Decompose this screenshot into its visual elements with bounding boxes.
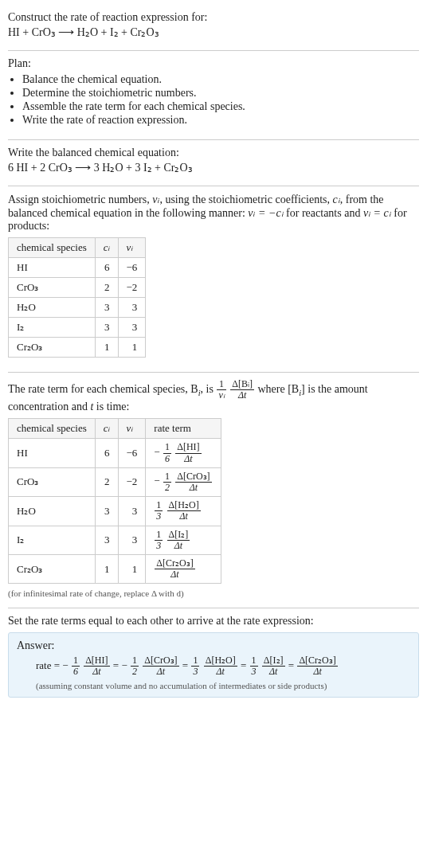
cell-rate: − 12 Δ[CrO₃]Δt <box>146 467 221 496</box>
equals-sign: = <box>180 659 191 671</box>
cell-c: 2 <box>95 278 118 298</box>
answer-label: Answer: <box>17 639 410 652</box>
table-row: H₂O3313 Δ[H₂O]Δt <box>9 497 221 526</box>
plan-label: Plan: <box>8 57 419 70</box>
table-row: CrO₃2−2 <box>9 278 146 298</box>
rate-term: Δ[Cr₂O₃]Δt <box>154 562 195 574</box>
cell-nu: −2 <box>118 467 146 496</box>
rate-term: − 12 Δ[CrO₃]Δt <box>121 659 179 671</box>
text-fragment: where [B <box>257 383 299 395</box>
cell-c: 1 <box>95 338 118 358</box>
reaction-arrow-icon: ⟶ <box>58 26 74 38</box>
balanced-equation: 6 HI + 2 CrO₃ ⟶ 3 H₂O + 3 I₂ + Cr₂O₃ <box>8 161 419 174</box>
plan-list: Balance the chemical equation. Determine… <box>8 73 419 127</box>
cell-c: 3 <box>95 526 118 554</box>
cell-species: HI <box>9 258 96 278</box>
plan-section: Plan: Balance the chemical equation. Det… <box>8 53 419 138</box>
plan-item: Write the rate of reaction expression. <box>22 114 419 127</box>
col-rate: rate term <box>146 419 221 439</box>
cell-species: CrO₃ <box>9 467 96 496</box>
cell-c: 6 <box>95 439 118 467</box>
cell-species: I₂ <box>9 318 96 338</box>
rate-term: 13 Δ[H₂O]Δt <box>154 504 201 516</box>
text-fragment: The rate term for each chemical species,… <box>8 383 198 395</box>
fraction: Δ[Cr₂O₃]Δt <box>155 558 194 580</box>
cell-rate: − 16 Δ[HI]Δt <box>146 439 221 467</box>
rate-term: 13 Δ[I₂]Δt <box>249 659 286 671</box>
fraction: Δ[Bᵢ]Δt <box>230 379 254 401</box>
unbalanced-lhs: HI + CrO₃ <box>8 26 56 38</box>
table-row: Cr₂O₃11 <box>9 338 146 358</box>
fraction: 13 <box>191 655 199 677</box>
divider <box>8 608 419 608</box>
table-header-row: chemical species cᵢ νᵢ <box>9 238 146 258</box>
answer-equation: rate = − 16 Δ[HI]Δt = − 12 Δ[CrO₃]Δt = 1… <box>17 655 410 677</box>
cell-rate: Δ[Cr₂O₃]Δt <box>146 554 221 583</box>
cell-c: 1 <box>95 554 118 583</box>
fraction: 1νᵢ <box>217 379 225 401</box>
cell-nu: 3 <box>118 318 146 338</box>
text-fragment: for reactants and <box>284 207 363 219</box>
plan-item: Determine the stoichiometric numbers. <box>22 87 419 100</box>
rate-term-table: chemical species cᵢ νᵢ rate term HI6−6− … <box>8 418 221 584</box>
balanced-rhs: 3 H₂O + 3 I₂ + Cr₂O₃ <box>94 162 193 174</box>
fraction: Δ[H₂O]Δt <box>167 500 201 522</box>
table-row: HI6−6− 16 Δ[HI]Δt <box>9 439 221 467</box>
assign-text: Assign stoichiometric numbers, νᵢ, using… <box>8 193 419 233</box>
cell-c: 3 <box>95 318 118 338</box>
unbalanced-rhs: H₂O + I₂ + Cr₂O₃ <box>77 26 159 38</box>
fraction: 16 <box>163 442 171 463</box>
answer-note: (assuming constant volume and no accumul… <box>17 681 410 690</box>
rate-prefix: rate = <box>36 659 62 671</box>
answer-box: Answer: rate = − 16 Δ[HI]Δt = − 12 Δ[CrO… <box>8 632 419 697</box>
divider <box>8 372 419 373</box>
cell-species: Cr₂O₃ <box>9 338 96 358</box>
fraction: 13 <box>155 530 163 551</box>
cell-species: I₂ <box>9 526 96 554</box>
cell-c: 2 <box>95 467 118 496</box>
cell-nu: 3 <box>118 298 146 318</box>
unbalanced-equation: HI + CrO₃ ⟶ H₂O + I₂ + Cr₂O₃ <box>8 25 419 39</box>
rate-term: Δ[Cr₂O₃]Δt <box>296 659 338 671</box>
table-row: HI6−6 <box>9 258 146 278</box>
plan-item: Assemble the rate term for each chemical… <box>22 100 419 113</box>
cell-nu: 3 <box>118 526 146 554</box>
assign-eq-products: νᵢ = cᵢ <box>363 207 391 219</box>
fraction: 13 <box>250 655 258 677</box>
fraction: Δ[I₂]Δt <box>167 530 190 551</box>
footnote: (for infinitesimal rate of change, repla… <box>8 588 419 598</box>
cell-c: 3 <box>95 497 118 526</box>
equals-sign: = <box>286 659 297 671</box>
col-c: cᵢ <box>95 419 118 439</box>
table-row: CrO₃2−2− 12 Δ[CrO₃]Δt <box>9 467 221 496</box>
rate-term: − 12 Δ[CrO₃]Δt <box>154 475 212 487</box>
minus-sign: − <box>154 475 159 487</box>
fraction: Δ[I₂]Δt <box>262 655 285 677</box>
col-nu: νᵢ <box>118 238 146 258</box>
cell-nu: −6 <box>118 258 146 278</box>
table-header-row: chemical species cᵢ νᵢ rate term <box>9 419 221 439</box>
frac-num: 1 <box>217 379 225 390</box>
text-fragment: Assign stoichiometric numbers, <box>8 194 152 205</box>
balanced-section: Write the balanced chemical equation: 6 … <box>8 142 419 184</box>
assign-eq-reactants: νᵢ = −cᵢ <box>248 207 283 219</box>
cell-nu: 3 <box>118 497 146 526</box>
stoich-assign-section: Assign stoichiometric numbers, νᵢ, using… <box>8 188 419 370</box>
col-species: chemical species <box>9 238 96 258</box>
cell-species: Cr₂O₃ <box>9 554 96 583</box>
fraction: 12 <box>163 471 171 493</box>
frac-den: Δt <box>230 390 254 401</box>
col-nu: νᵢ <box>118 419 146 439</box>
c-symbol: cᵢ <box>333 194 340 205</box>
fraction: Δ[HI]Δt <box>175 442 201 463</box>
rate-term: 13 Δ[H₂O]Δt <box>190 659 237 671</box>
table-row: Cr₂O₃11Δ[Cr₂O₃]Δt <box>9 554 221 583</box>
cell-rate: 13 Δ[I₂]Δt <box>146 526 221 554</box>
fraction: Δ[HI]Δt <box>84 655 109 677</box>
fraction: 13 <box>155 500 163 522</box>
fraction: 12 <box>131 655 139 677</box>
fraction: Δ[H₂O]Δt <box>204 655 237 677</box>
minus-sign: − <box>121 659 127 671</box>
cell-rate: 13 Δ[H₂O]Δt <box>146 497 221 526</box>
set-equal-text: Set the rate terms equal to each other t… <box>8 615 419 628</box>
